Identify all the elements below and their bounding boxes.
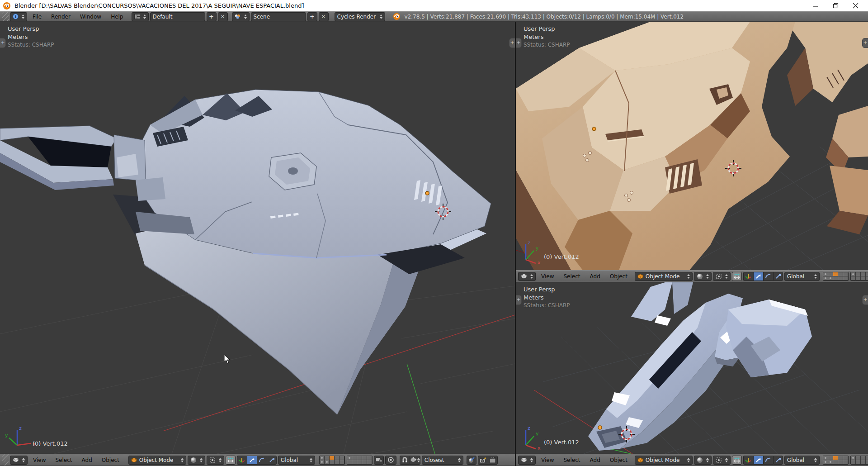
pivot-point-select[interactable] xyxy=(713,272,731,281)
area-divider-vertical[interactable] xyxy=(515,22,516,466)
3d-view-editor-icon xyxy=(521,273,527,279)
toolshelf-expand-tab[interactable]: + xyxy=(516,295,522,305)
opengl-render-anim-button[interactable] xyxy=(488,456,498,465)
svg-text:x: x xyxy=(538,445,541,450)
transform-orientation-select[interactable]: Global xyxy=(784,456,820,465)
rotate-manipulator-button[interactable] xyxy=(257,456,267,465)
snap-target-select[interactable]: Closest xyxy=(422,456,463,465)
editor-type-button[interactable] xyxy=(518,272,536,281)
scene-icon-button[interactable] xyxy=(232,12,250,21)
viewport-top-right[interactable]: + + User Persp Meters SStatus: CSHARP z … xyxy=(516,22,868,270)
pivot-point-select[interactable] xyxy=(207,456,224,465)
manipulator-toggle[interactable] xyxy=(226,456,236,465)
editor-type-button[interactable] xyxy=(518,456,536,465)
scene-name[interactable]: Scene xyxy=(251,12,306,21)
manipulator-toggle[interactable] xyxy=(732,456,742,465)
menu-file[interactable]: File xyxy=(28,14,46,20)
opengl-orb-button[interactable] xyxy=(467,456,476,465)
manipulator-axes-button[interactable] xyxy=(237,456,247,465)
pivot-point-select[interactable] xyxy=(713,456,731,465)
menu-add[interactable]: Add xyxy=(586,273,604,280)
menu-object[interactable]: Object xyxy=(98,457,123,463)
magnet-icon xyxy=(402,457,408,463)
menu-view[interactable]: View xyxy=(537,273,558,280)
menu-object[interactable]: Object xyxy=(606,273,632,280)
corner-grip[interactable] xyxy=(2,12,9,21)
menu-view[interactable]: View xyxy=(537,457,558,463)
manipulator-axes-button[interactable] xyxy=(743,272,753,281)
pivot-icon xyxy=(716,273,722,280)
mode-select[interactable]: Object Mode xyxy=(635,272,693,281)
menu-select[interactable]: Select xyxy=(559,457,584,463)
translate-manipulator-button[interactable] xyxy=(753,272,763,281)
menu-select[interactable]: Select xyxy=(559,273,584,280)
spaceship-model xyxy=(0,90,491,414)
properties-expand-tab[interactable]: + xyxy=(862,295,868,305)
rotate-manipulator-button[interactable] xyxy=(763,272,773,281)
lock-to-scene-toggle[interactable] xyxy=(374,456,384,465)
window-titlebar: Blender [D:\SALVAS Blender\CONCURSOS\VAC… xyxy=(0,0,868,11)
transform-orientation-select[interactable]: Global xyxy=(784,272,820,281)
viewport-bottom-right[interactable]: + + User Persp Meters SStatus: CSHARP z … xyxy=(516,282,868,454)
scale-manipulator-button[interactable] xyxy=(773,272,783,281)
menu-add[interactable]: Add xyxy=(78,457,96,463)
close-button[interactable] xyxy=(845,0,865,11)
menu-select[interactable]: Select xyxy=(51,457,76,463)
manipulator-toggle[interactable] xyxy=(732,272,742,281)
menu-help[interactable]: Help xyxy=(107,14,127,20)
layers-widget[interactable] xyxy=(319,456,373,465)
layers-widget[interactable] xyxy=(823,272,868,281)
mode-select[interactable]: Object Mode xyxy=(635,456,693,465)
toolshelf-expand-tab[interactable]: + xyxy=(516,38,522,48)
menu-add[interactable]: Add xyxy=(586,457,604,463)
window-title: Blender [D:\SALVAS Blender\CONCURSOS\VAC… xyxy=(14,2,304,9)
menu-render[interactable]: Render xyxy=(47,14,75,20)
menu-view[interactable]: View xyxy=(29,457,50,463)
axis-gizmo: z y x xyxy=(519,424,546,450)
viewport-shading-select[interactable] xyxy=(694,456,712,465)
view-name-overlay: User Persp xyxy=(8,25,39,32)
add-scene-button[interactable]: + xyxy=(307,12,317,21)
menu-window[interactable]: Window xyxy=(76,14,105,20)
delete-layout-button[interactable]: ✕ xyxy=(218,12,228,21)
add-layout-button[interactable]: + xyxy=(207,12,217,21)
minimize-button[interactable] xyxy=(806,0,826,11)
mode-select[interactable]: Object Mode xyxy=(128,456,186,465)
screen-layout-icon-button[interactable] xyxy=(132,12,149,21)
translate-manipulator-button[interactable] xyxy=(753,456,763,465)
viewport-top-right-scene xyxy=(516,22,868,270)
area-corner-grip[interactable] xyxy=(2,454,9,466)
translate-arrow-icon xyxy=(249,457,255,463)
translate-manipulator-button[interactable] xyxy=(247,456,257,465)
restore-button[interactable] xyxy=(826,0,845,11)
snap-element-select[interactable] xyxy=(410,456,420,465)
transform-orientation-select[interactable]: Global xyxy=(278,456,315,465)
menu-object[interactable]: Object xyxy=(606,457,632,463)
properties-expand-tab[interactable]: + xyxy=(862,38,868,48)
render-engine-select[interactable]: Cycles Render xyxy=(335,12,385,21)
opengl-render-still-button[interactable] xyxy=(478,456,488,465)
rotate-manipulator-button[interactable] xyxy=(763,456,773,465)
svg-text:z: z xyxy=(528,425,530,431)
proportional-edit-select[interactable] xyxy=(385,456,396,465)
editor-type-selector[interactable]: i xyxy=(10,12,27,21)
viewport-shading-select[interactable] xyxy=(188,456,205,465)
layers-widget[interactable] xyxy=(823,456,868,465)
viewport-shading-select[interactable] xyxy=(694,272,712,281)
view-name-overlay: User Persp xyxy=(524,25,555,32)
properties-expand-tab[interactable]: + xyxy=(509,38,515,48)
screen-layout-name[interactable]: Default xyxy=(150,12,205,21)
toolshelf-expand-tab[interactable]: + xyxy=(0,38,6,48)
manipulator-axes-button[interactable] xyxy=(743,456,753,465)
scene-statistics: v2.78.5 | Verts:21,887 | Faces:21,690 | … xyxy=(405,14,684,20)
area-divider-horizontal[interactable] xyxy=(516,282,868,282)
editor-type-button[interactable] xyxy=(10,456,28,465)
object-mode-cube-icon xyxy=(637,457,643,463)
rotate-arc-icon xyxy=(765,273,771,280)
viewport-main[interactable]: + + User Persp Meters SStatus: CSHARP z … xyxy=(0,22,515,454)
viewport-top-right-header: View Select Add Object Object Mode xyxy=(516,270,868,282)
scale-manipulator-button[interactable] xyxy=(773,456,783,465)
scale-manipulator-button[interactable] xyxy=(267,456,277,465)
delete-scene-button[interactable]: ✕ xyxy=(319,12,329,21)
snap-toggle[interactable] xyxy=(400,456,410,465)
